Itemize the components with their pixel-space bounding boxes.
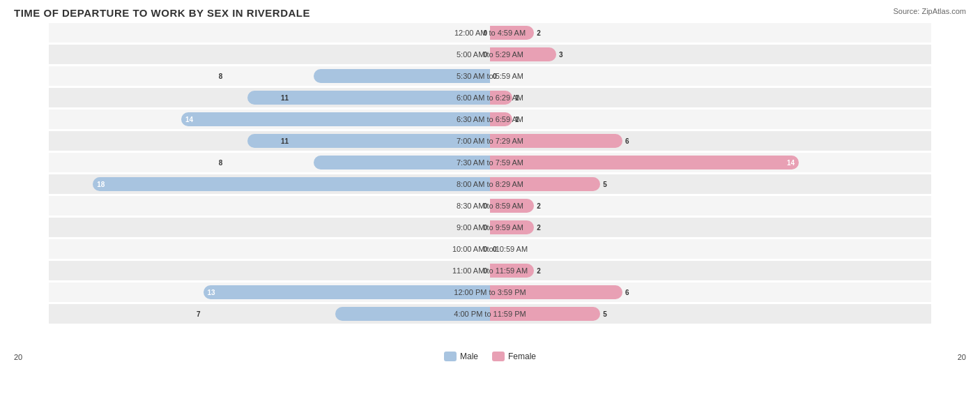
right-axis-label: 20: [958, 353, 966, 361]
female-value-outside: 1: [512, 94, 519, 102]
male-value-outside: 8: [219, 159, 226, 167]
male-bar-wrap: 8: [49, 69, 490, 83]
male-value-inside: 14: [185, 116, 193, 123]
bar-pair: 0 8:30 AM to 8:59 AM 2: [49, 196, 931, 216]
bar-pair: 0 10:00 AM to 10:59 AM 0: [49, 239, 931, 259]
male-value-zero: 0: [483, 267, 490, 275]
table-row: 0 5:00 AM to 5:29 AM 3: [49, 45, 931, 64]
table-row: 0 9:00 AM to 9:59 AM 2: [49, 218, 931, 237]
table-row: 13 12:00 PM to 3:59 PM 6: [49, 282, 931, 302]
female-value-zero: 0: [490, 73, 497, 80]
female-bar-wrap: 5: [490, 307, 931, 321]
male-swatch: [444, 352, 457, 361]
female-bar: [490, 26, 534, 40]
male-value-outside: 11: [281, 137, 291, 145]
table-row: 11 6:00 AM to 6:29 AM 1: [49, 88, 931, 107]
female-bar: [490, 220, 534, 234]
chart-title: TIME OF DEPARTURE TO WORK BY SEX IN RIVE…: [14, 7, 966, 19]
table-row: 0 10:00 AM to 10:59 AM 0: [49, 239, 931, 259]
female-value-outside: 6: [622, 289, 629, 296]
female-bar-wrap: 2: [490, 220, 931, 234]
female-bar-wrap: 0: [490, 242, 931, 256]
female-bar-wrap: 2: [490, 264, 931, 278]
male-value-zero: 0: [483, 246, 490, 253]
legend-male: Male: [444, 352, 478, 361]
table-row: 8 7:30 AM to 7:59 AM 14: [49, 153, 931, 172]
chart-area: 0 12:00 AM to 4:59 AM 2 0 5:00 AM to 5:2…: [14, 23, 966, 361]
table-row: 7 4:00 PM to 11:59 PM 5: [49, 304, 931, 324]
male-bar-wrap: 11: [49, 134, 490, 148]
female-value-inside: 14: [787, 159, 795, 167]
female-value-outside: 2: [534, 267, 541, 275]
female-bar-wrap: 3: [490, 47, 931, 61]
bar-pair: 14 6:30 AM to 6:59 AM 1: [49, 110, 931, 129]
female-bar: [490, 177, 600, 191]
female-bar-wrap: 0: [490, 69, 931, 83]
male-value-inside: 13: [208, 289, 215, 296]
bar-pair: 8 5:30 AM to 5:59 AM 0: [49, 66, 931, 86]
female-bar-wrap: 6: [490, 134, 931, 148]
male-bar: [314, 69, 490, 83]
table-row: 8 5:30 AM to 5:59 AM 0: [49, 66, 931, 86]
male-value-inside: 18: [97, 181, 105, 188]
female-value-outside: 2: [534, 224, 541, 232]
bar-pair: 11 6:00 AM to 6:29 AM 1: [49, 88, 931, 107]
male-bar: 18: [93, 177, 490, 191]
male-bar-wrap: 0: [49, 220, 490, 234]
female-bar-wrap: 2: [490, 26, 931, 40]
female-swatch: [492, 352, 505, 361]
male-bar: 14: [181, 112, 490, 126]
male-value-outside: 8: [219, 73, 226, 80]
male-bar-wrap: 14: [49, 112, 490, 126]
female-bar: [490, 264, 534, 278]
male-value-outside: 7: [197, 310, 204, 318]
table-row: 0 11:00 AM to 11:59 AM 2: [49, 261, 931, 280]
male-bar-wrap: 8: [49, 156, 490, 169]
female-bar: [490, 112, 512, 126]
male-value-zero: 0: [483, 51, 490, 59]
male-value-zero: 0: [483, 224, 490, 232]
bar-pair: 0 5:00 AM to 5:29 AM 3: [49, 45, 931, 64]
female-bar-wrap: 14: [490, 156, 931, 169]
male-label: Male: [460, 352, 478, 361]
female-value-zero: 0: [490, 246, 497, 253]
male-value-outside: 11: [281, 94, 291, 102]
female-bar: [490, 307, 600, 321]
male-value-zero: 0: [483, 202, 490, 210]
male-bar: [314, 156, 490, 169]
female-bar: [490, 47, 556, 61]
female-value-outside: 3: [556, 51, 563, 59]
male-value-zero: 0: [483, 29, 490, 37]
table-row: 11 7:00 AM to 7:29 AM 6: [49, 131, 931, 151]
male-bar-wrap: 11: [49, 91, 490, 105]
female-bar-wrap: 6: [490, 285, 931, 299]
female-bar: [490, 134, 622, 148]
bar-pair: 0 9:00 AM to 9:59 AM 2: [49, 218, 931, 237]
male-bar-wrap: 0: [49, 26, 490, 40]
bar-pair: 8 7:30 AM to 7:59 AM 14: [49, 153, 931, 172]
female-bar: 14: [490, 156, 799, 169]
male-bar: [335, 307, 490, 321]
female-bar: [490, 199, 534, 213]
female-value-outside: 2: [534, 202, 541, 210]
female-value-outside: 5: [600, 310, 607, 318]
male-bar-wrap: 0: [49, 264, 490, 278]
female-label: Female: [508, 352, 536, 361]
female-value-outside: 1: [512, 116, 519, 123]
female-bar: [490, 91, 512, 105]
legend: Male Female: [444, 352, 536, 361]
female-bar-wrap: 1: [490, 112, 931, 126]
left-axis-label: 20: [14, 353, 22, 361]
male-bar-wrap: 0: [49, 199, 490, 213]
female-value-outside: 2: [534, 29, 541, 37]
bar-pair: 11 7:00 AM to 7:29 AM 6: [49, 131, 931, 151]
male-bar: 13: [204, 285, 490, 299]
chart-container: TIME OF DEPARTURE TO WORK BY SEX IN RIVE…: [0, 0, 980, 415]
bar-pair: 7 4:00 PM to 11:59 PM 5: [49, 304, 931, 324]
male-bar-wrap: 18: [49, 177, 490, 191]
source-label: Source: ZipAtlas.com: [893, 7, 966, 15]
female-bar-wrap: 1: [490, 91, 931, 105]
table-row: 0 12:00 AM to 4:59 AM 2: [49, 23, 931, 43]
male-bar-wrap: 7: [49, 307, 490, 321]
table-row: 0 8:30 AM to 8:59 AM 2: [49, 196, 931, 216]
